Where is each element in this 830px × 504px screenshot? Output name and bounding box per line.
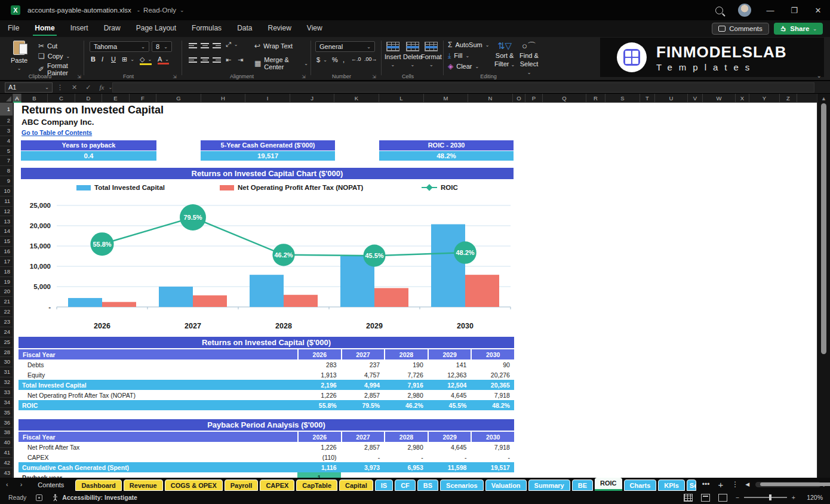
- row-header-7[interactable]: 7: [0, 156, 13, 166]
- copy-button[interactable]: ❏Copy ⌄: [38, 52, 70, 60]
- orientation-button[interactable]: ⤢ ⌄: [226, 41, 238, 48]
- decrease-indent-icon[interactable]: ⇤: [226, 56, 231, 64]
- horizontal-scrollbar[interactable]: [755, 482, 821, 487]
- row-header-23[interactable]: 23: [0, 317, 13, 327]
- column-header-X[interactable]: X: [736, 94, 749, 103]
- find-select-button[interactable]: ○⌒ Find &Select ⌄: [518, 41, 540, 76]
- account-avatar[interactable]: [738, 4, 751, 17]
- row-header-1[interactable]: 1: [0, 103, 13, 116]
- row-header-41[interactable]: 41: [0, 448, 13, 458]
- row-header-40[interactable]: 40: [0, 438, 13, 448]
- column-header-D[interactable]: D: [75, 94, 102, 103]
- align-center-icon[interactable]: [201, 56, 209, 64]
- paste-button[interactable]: Paste⌄: [11, 41, 27, 71]
- sheet-tab-capital[interactable]: Capital: [339, 480, 373, 491]
- column-header-E[interactable]: E: [102, 94, 130, 103]
- sheet-tab-summary[interactable]: Summary: [528, 480, 570, 491]
- align-middle-icon[interactable]: [201, 42, 209, 50]
- macro-record-icon[interactable]: [36, 494, 42, 501]
- zoom-out-icon[interactable]: −: [736, 494, 739, 501]
- row-header-9[interactable]: 9: [0, 176, 13, 186]
- column-header-P[interactable]: P: [525, 94, 543, 103]
- zoom-in-icon[interactable]: +: [792, 494, 795, 501]
- align-bottom-icon[interactable]: [213, 42, 221, 50]
- column-header-M[interactable]: M: [424, 94, 468, 103]
- sheet-tab-so[interactable]: So: [687, 480, 696, 491]
- page-layout-view-icon[interactable]: [701, 494, 710, 502]
- cancel-entry-icon[interactable]: ✕: [67, 84, 81, 91]
- tab-review[interactable]: Review: [260, 20, 299, 37]
- column-header-Z[interactable]: Z: [780, 94, 797, 103]
- collapse-ribbon-icon[interactable]: ⌄: [817, 72, 822, 79]
- column-header-W[interactable]: W: [703, 94, 736, 103]
- align-right-icon[interactable]: [213, 56, 221, 64]
- add-sheet-icon[interactable]: +: [714, 480, 727, 490]
- scroll-up-icon[interactable]: ▲: [817, 94, 830, 102]
- horizontal-scrollbar-thumb[interactable]: [760, 483, 830, 486]
- merge-center-button[interactable]: ▦Merge & Center ⌄: [254, 56, 308, 70]
- tab-insert[interactable]: Insert: [63, 20, 96, 37]
- italic-button[interactable]: I: [102, 56, 103, 63]
- wrap-text-button[interactable]: ↩Wrap Text: [254, 42, 293, 50]
- row-header-30[interactable]: 30: [0, 357, 13, 367]
- column-header-V[interactable]: V: [688, 94, 703, 103]
- column-header-G[interactable]: G: [156, 94, 201, 103]
- row-header-32[interactable]: 32: [0, 377, 13, 388]
- row-header-19[interactable]: 19: [0, 277, 13, 287]
- clear-button[interactable]: ◈Clear ⌄: [448, 62, 479, 70]
- number-format-select[interactable]: General⌄: [315, 41, 375, 52]
- font-dialog-launcher-icon[interactable]: ⇲: [173, 74, 177, 79]
- sheet-tab-charts[interactable]: Charts: [624, 480, 657, 491]
- table-of-contents-link[interactable]: Go to Table of Contents: [21, 129, 92, 136]
- sheet-options-icon[interactable]: ⋮: [727, 480, 743, 488]
- column-header-B[interactable]: B: [21, 94, 48, 103]
- row-header-36[interactable]: 36: [0, 418, 13, 428]
- column-header-U[interactable]: U: [655, 94, 688, 103]
- column-header-J[interactable]: J: [290, 94, 334, 103]
- increase-indent-icon[interactable]: ⇥: [238, 56, 243, 64]
- column-header-H[interactable]: H: [201, 94, 245, 103]
- sheet-tab-revenue[interactable]: Revenue: [124, 480, 163, 491]
- sheet-tab-kpis[interactable]: KPIs: [658, 480, 684, 491]
- sort-filter-button[interactable]: ⇅▽ Sort &Filter ⌄: [494, 41, 515, 68]
- column-header-L[interactable]: L: [379, 94, 424, 103]
- sheet-tab-cf[interactable]: CF: [395, 480, 416, 491]
- hscroll-left-icon[interactable]: ◀: [743, 481, 752, 487]
- delete-cells-button[interactable]: Delete⌄: [403, 42, 422, 67]
- row-header-35[interactable]: 35: [0, 408, 13, 418]
- vertical-scrollbar-thumb[interactable]: [821, 103, 826, 354]
- tab-page-layout[interactable]: Page Layout: [128, 20, 184, 37]
- zoom-slider[interactable]: − +: [736, 494, 795, 501]
- comma-style-button[interactable]: ,: [343, 56, 345, 63]
- more-sheets-icon[interactable]: •••: [698, 480, 714, 488]
- sheet-tab-cogs-opex[interactable]: COGS & OPEX: [165, 480, 223, 491]
- column-header-R[interactable]: R: [586, 94, 605, 103]
- formula-bar-menu-icon[interactable]: ⋮: [53, 84, 67, 91]
- alignment-dialog-launcher-icon[interactable]: ⇲: [302, 74, 306, 79]
- row-header-12[interactable]: 12: [0, 207, 13, 217]
- worksheet[interactable]: Returns on Invested Capital ABC Company …: [14, 103, 817, 478]
- select-all-corner[interactable]: [0, 94, 13, 103]
- row-header-20[interactable]: 20: [0, 287, 13, 297]
- restore-button[interactable]: ❐: [782, 0, 806, 20]
- row-header-13[interactable]: 13: [0, 217, 13, 227]
- column-header-N[interactable]: N: [468, 94, 513, 103]
- vertical-scrollbar[interactable]: ▲: [817, 94, 830, 478]
- decrease-decimal-button[interactable]: .00→: [364, 56, 377, 62]
- column-header-I[interactable]: I: [245, 94, 290, 103]
- row-header-5[interactable]: 5: [0, 146, 13, 156]
- accessibility-status[interactable]: Accessibility: Investigate: [52, 494, 137, 502]
- number-dialog-launcher-icon[interactable]: ⇲: [372, 74, 376, 79]
- enter-entry-icon[interactable]: ✓: [81, 84, 95, 91]
- column-header-S[interactable]: S: [605, 94, 640, 103]
- row-header-34[interactable]: 34: [0, 398, 13, 408]
- row-header-28[interactable]: 28: [0, 348, 13, 358]
- fill-color-button[interactable]: ◇ ⌄: [140, 56, 152, 64]
- row-header-3[interactable]: 3: [0, 126, 13, 136]
- cut-button[interactable]: ✂Cut: [38, 42, 57, 50]
- minimize-button[interactable]: —: [758, 0, 782, 20]
- row-header-43[interactable]: 43: [0, 468, 13, 478]
- tab-home[interactable]: Home: [27, 20, 62, 37]
- insert-function-icon[interactable]: fx: [95, 84, 108, 91]
- column-header-A[interactable]: A: [13, 94, 21, 103]
